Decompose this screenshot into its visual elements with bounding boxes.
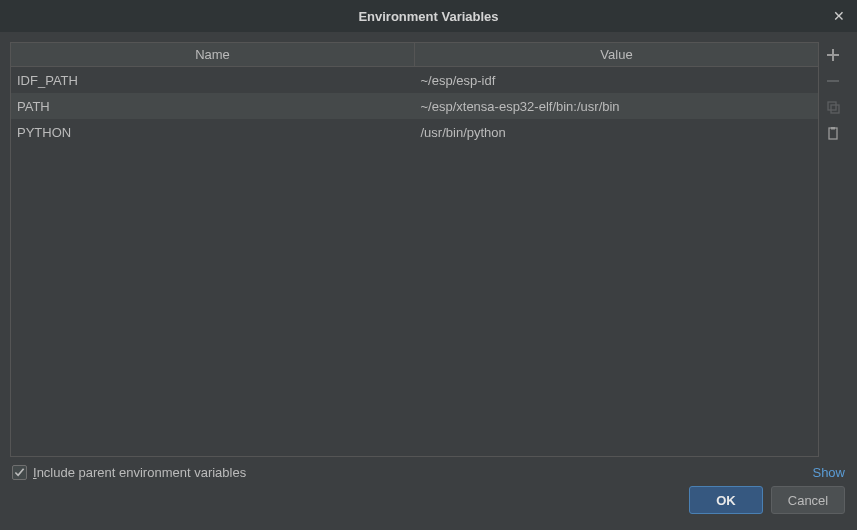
table-row[interactable]: PYTHON /usr/bin/python bbox=[11, 119, 818, 145]
cell-value[interactable]: ~/esp/xtensa-esp32-elf/bin:/usr/bin bbox=[415, 93, 819, 119]
check-icon bbox=[14, 467, 25, 478]
env-table: Name Value IDF_PATH ~/esp/esp-idf PATH ~… bbox=[10, 42, 819, 457]
minus-icon bbox=[826, 74, 840, 88]
dialog-content: Name Value IDF_PATH ~/esp/esp-idf PATH ~… bbox=[0, 32, 857, 530]
dialog-buttons: OK Cancel bbox=[10, 486, 847, 520]
show-link[interactable]: Show bbox=[812, 465, 845, 480]
cancel-button[interactable]: Cancel bbox=[771, 486, 845, 514]
table-header: Name Value bbox=[11, 43, 818, 67]
cell-name[interactable]: PYTHON bbox=[11, 119, 415, 145]
plus-icon bbox=[826, 48, 840, 62]
checkbox-box bbox=[12, 465, 27, 480]
table-row[interactable]: IDF_PATH ~/esp/esp-idf bbox=[11, 67, 818, 93]
column-name-header[interactable]: Name bbox=[11, 43, 415, 66]
table-row[interactable]: PATH ~/esp/xtensa-esp32-elf/bin:/usr/bin bbox=[11, 93, 818, 119]
close-icon[interactable]: ✕ bbox=[831, 8, 847, 24]
cell-name[interactable]: IDF_PATH bbox=[11, 67, 415, 93]
include-parent-checkbox[interactable]: Include parent environment variables bbox=[12, 465, 246, 480]
svg-rect-3 bbox=[829, 128, 837, 139]
table-area: Name Value IDF_PATH ~/esp/esp-idf PATH ~… bbox=[10, 42, 847, 457]
clipboard-icon bbox=[826, 126, 840, 140]
paste-button[interactable] bbox=[821, 120, 845, 146]
window-title: Environment Variables bbox=[358, 9, 498, 24]
cell-name[interactable]: PATH bbox=[11, 93, 415, 119]
titlebar: Environment Variables ✕ bbox=[0, 0, 857, 32]
svg-rect-2 bbox=[831, 105, 839, 113]
options-row: Include parent environment variables Sho… bbox=[10, 457, 847, 486]
side-toolbar bbox=[819, 42, 847, 457]
copy-icon bbox=[826, 100, 840, 114]
ok-button[interactable]: OK bbox=[689, 486, 763, 514]
cell-value[interactable]: /usr/bin/python bbox=[415, 119, 819, 145]
svg-rect-1 bbox=[828, 102, 836, 110]
svg-rect-0 bbox=[827, 80, 839, 82]
cell-value[interactable]: ~/esp/esp-idf bbox=[415, 67, 819, 93]
table-body[interactable]: IDF_PATH ~/esp/esp-idf PATH ~/esp/xtensa… bbox=[11, 67, 818, 456]
copy-button[interactable] bbox=[821, 94, 845, 120]
column-value-header[interactable]: Value bbox=[415, 43, 818, 66]
include-parent-label: Include parent environment variables bbox=[33, 465, 246, 480]
add-button[interactable] bbox=[821, 42, 845, 68]
remove-button[interactable] bbox=[821, 68, 845, 94]
svg-rect-4 bbox=[831, 127, 835, 130]
